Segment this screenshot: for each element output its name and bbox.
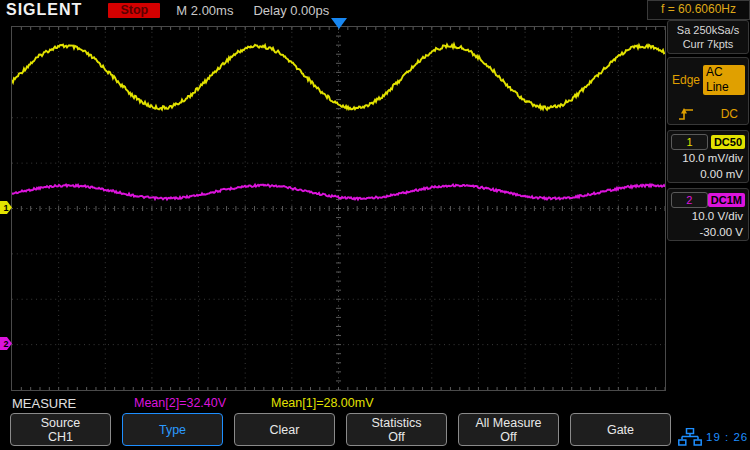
button-label: Clear [270,423,300,437]
trigger-type-label: Edge [672,73,700,87]
mean-ch2-readout: Mean[2]=32.40V [134,396,226,410]
status-sidebar: Sa 250kSa/s Curr 7kpts Edge AC Line DC 1… [667,20,749,241]
run-state-badge: Stop [108,3,160,18]
button-value: Off [500,430,516,444]
clock: 19 : 26 [706,431,748,443]
channel1-status: 1 DC50 10.0 mV/div 0.00 mV [667,130,749,183]
delay-readout: Delay 0.00ps [253,3,329,18]
trigger-status: Edge AC Line DC [667,57,749,125]
acquisition-status: Sa 250kSa/s Curr 7kpts [667,20,749,54]
menu-button-all-measure[interactable]: All Measure Off [458,413,559,446]
button-label: All Measure [476,416,542,430]
channel1-coupling-badge: DC50 [711,135,745,149]
sample-rate: Sa 250kSa/s [668,23,748,37]
button-label: Type [159,423,186,437]
button-label: Statistics [371,416,421,430]
mean-ch1-readout: Mean[1]=28.00mV [271,396,374,410]
button-label: Gate [607,423,634,437]
graticule-and-waves [12,27,665,390]
channel2-scale: 10.0 V/div [668,208,748,224]
button-value: Off [388,430,404,444]
rising-edge-icon [678,107,694,121]
trigger-position-marker-icon [331,18,347,29]
frequency-counter: f = 60.6060Hz [647,0,750,20]
channel2-coupling-badge: DC1M [708,193,745,207]
channel1-offset: 0.00 mV [668,166,748,182]
memory-depth: Curr 7kpts [668,37,748,51]
menu-button-source[interactable]: Source CH1 [10,413,111,446]
trigger-source-badge: AC Line [703,65,745,95]
timebase-readout: M 2.00ms [176,3,233,18]
menu-button-gate[interactable]: Gate [570,413,671,446]
channel1-scale: 10.0 mV/div [668,150,748,166]
measure-title: MEASURE [12,396,76,411]
trigger-coupling-label: DC [721,107,738,121]
button-value: CH1 [48,430,73,444]
softkey-menu: Source CH1 Type Clear Statistics Off All… [10,413,671,446]
menu-button-clear[interactable]: Clear [234,413,335,446]
channel2-offset: -30.00 V [668,224,748,240]
channel1-number: 1 [671,134,708,150]
network-icon [678,428,702,447]
oscilloscope-screen: SIGLENT Stop M 2.00ms Delay 0.00ps f = 6… [0,0,750,450]
measure-row: MEASURE Mean[2]=32.40V Mean[1]=28.00mV [0,395,750,411]
menu-button-type[interactable]: Type [122,413,223,446]
button-label: Source [41,416,81,430]
brand-logo: SIGLENT [6,1,82,19]
channel2-status: 2 DC1M 10.0 V/div -30.00 V [667,188,749,241]
top-bar: SIGLENT Stop M 2.00ms Delay 0.00ps f = 6… [0,0,750,20]
waveform-display [11,26,666,391]
channel2-number: 2 [671,192,708,208]
menu-button-statistics[interactable]: Statistics Off [346,413,447,446]
